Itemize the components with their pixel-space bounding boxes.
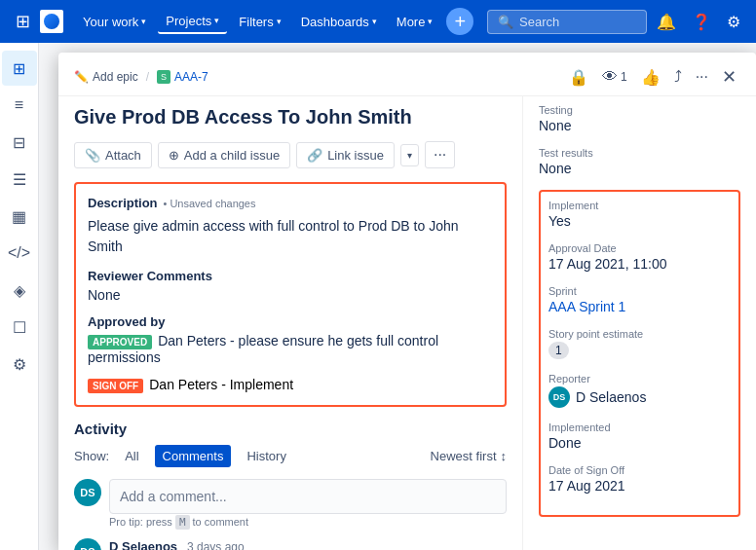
sidebar-item-code[interactable]: </> xyxy=(2,236,37,271)
app-logo[interactable] xyxy=(40,10,63,33)
thumbsup-icon[interactable]: 👍 xyxy=(637,64,664,91)
nav-filters[interactable]: Filters ▾ xyxy=(231,11,288,33)
add-epic-breadcrumb[interactable]: ✏️ Add epic xyxy=(74,70,138,84)
more-icon[interactable]: ··· xyxy=(692,64,712,90)
approved-badge: APPROVED xyxy=(88,335,152,349)
comment-item: DS D Selaenos 3 days ago xyxy=(74,538,507,550)
issue-breadcrumb[interactable]: S AAA-7 xyxy=(157,70,208,84)
search-bar[interactable]: 🔍 xyxy=(487,10,647,34)
signoff-text: Dan Peters - Implement xyxy=(149,377,293,392)
show-comments-button[interactable]: Comments xyxy=(155,445,232,467)
sidebar-item-home[interactable]: ⊞ xyxy=(2,51,37,86)
notifications-icon[interactable]: 🔔 xyxy=(651,7,682,37)
add-child-icon: ⊕ xyxy=(169,148,179,163)
lock-icon[interactable]: 🔒 xyxy=(565,64,592,91)
sidebar-item-reports[interactable]: ▦ xyxy=(2,199,37,234)
sidebar-item-list[interactable]: ☰ xyxy=(2,162,37,197)
field-sprint: Sprint AAA Sprint 1 xyxy=(548,285,731,314)
sort-order-button[interactable]: Newest first ↕ xyxy=(431,449,507,463)
sidebar-item-board[interactable]: ⊟ xyxy=(2,125,37,160)
field-story-points-label: Story point estimate xyxy=(548,328,731,340)
field-implemented-label: Implemented xyxy=(548,422,731,433)
field-story-points-value: 1 xyxy=(548,342,569,359)
approved-by-title: Approved by xyxy=(88,314,493,329)
comment-input[interactable]: Add a comment... xyxy=(109,479,507,514)
field-approval-date-value: 17 Aug 2021, 11:00 xyxy=(548,256,731,272)
reviewer-comments-section: Reviewer Comments None xyxy=(88,269,493,303)
action-chevron-button[interactable]: ▾ xyxy=(400,144,419,166)
action-bar: 📎 Attach ⊕ Add a child issue 🔗 Link issu… xyxy=(74,141,507,168)
field-date-signoff-value: 17 Aug 2021 xyxy=(548,478,731,494)
field-implement-value: Yes xyxy=(548,213,731,229)
nav-more[interactable]: More ▾ xyxy=(389,11,441,33)
comment-input-row: DS Add a comment... Pro tip: press M to … xyxy=(74,479,507,529)
field-testing-label: Testing xyxy=(539,104,740,116)
field-approval-date: Approval Date 17 Aug 2021, 11:00 xyxy=(548,242,731,272)
sidebar-item-releases[interactable]: ◈ xyxy=(2,273,37,308)
reporter-avatar: DS xyxy=(548,386,570,408)
create-button[interactable]: + xyxy=(446,8,473,35)
breadcrumb-separator: / xyxy=(146,70,149,84)
edit-icon: ✏️ xyxy=(74,70,89,84)
nav-projects[interactable]: Projects ▾ xyxy=(158,10,227,34)
activity-section: Activity Show: All Comments History Newe… xyxy=(74,421,507,550)
settings-icon[interactable]: ⚙ xyxy=(721,7,746,37)
field-date-signoff: Date of Sign Off 17 Aug 2021 xyxy=(548,464,731,494)
field-reporter-value: D Selaenos xyxy=(576,389,646,405)
issue-type-icon: S xyxy=(157,70,170,84)
description-title: Description • Unsaved changes xyxy=(88,196,493,210)
field-test-results: Test results None xyxy=(539,147,740,176)
modal-left-panel: Give Prod DB Access To John Smith 📎 Atta… xyxy=(58,96,522,550)
main-area: ✏️ Add epic / S AAA-7 🔒 👁 1 👍 ⤴ ··· ✕ xyxy=(39,43,756,550)
action-more-button[interactable]: ··· xyxy=(425,141,455,168)
field-implement-label: Implement xyxy=(548,200,731,211)
attach-button[interactable]: 📎 Attach xyxy=(74,142,152,168)
field-testing-value: None xyxy=(539,118,740,133)
chevron-down-icon: ▾ xyxy=(372,17,377,26)
comment-content: D Selaenos 3 days ago xyxy=(109,538,245,550)
field-approval-date-label: Approval Date xyxy=(548,242,731,254)
show-all-button[interactable]: All xyxy=(117,445,146,467)
nav-dashboards[interactable]: Dashboards ▾ xyxy=(293,11,385,33)
commenter-avatar: DS xyxy=(74,538,101,550)
show-history-button[interactable]: History xyxy=(239,445,293,467)
description-text[interactable]: Please give admin access with full contr… xyxy=(88,216,493,257)
attach-icon: 📎 xyxy=(85,148,100,163)
chevron-down-icon: ▾ xyxy=(141,17,146,26)
field-reporter-label: Reporter xyxy=(548,373,731,385)
sidebar-item-settings[interactable]: ⚙ xyxy=(2,347,37,382)
watch-icon[interactable]: 👁 1 xyxy=(598,64,631,90)
approved-by-section: Approved by APPROVEDDan Peters - please … xyxy=(88,314,493,365)
signoff-section: SIGN OFFDan Peters - Implement xyxy=(88,377,493,393)
reporter-row: DS D Selaenos xyxy=(548,386,731,408)
field-test-results-label: Test results xyxy=(539,147,740,159)
field-implemented-value: Done xyxy=(548,435,731,451)
share-icon[interactable]: ⤴ xyxy=(670,64,686,90)
link-issue-button[interactable]: 🔗 Link issue xyxy=(296,142,395,168)
chevron-down-icon: ▾ xyxy=(428,17,433,26)
show-label: Show: xyxy=(74,449,109,463)
commenter-time: 3 days ago xyxy=(187,540,245,550)
sidebar-item-pages[interactable]: ☐ xyxy=(2,310,37,345)
field-reporter: Reporter DS D Selaenos xyxy=(548,373,731,408)
search-input[interactable] xyxy=(519,15,636,29)
add-child-issue-button[interactable]: ⊕ Add a child issue xyxy=(158,142,290,168)
grid-icon[interactable]: ⊞ xyxy=(10,5,36,38)
sidebar-item-backlog[interactable]: ≡ xyxy=(2,88,37,123)
signoff-badge: SIGN OFF xyxy=(88,379,143,393)
close-icon[interactable]: ✕ xyxy=(718,62,740,92)
nav-your-work[interactable]: Your work ▾ xyxy=(75,11,154,33)
comment-tip: Pro tip: press M to comment xyxy=(109,516,507,529)
field-implement: Implement Yes xyxy=(548,200,731,229)
activity-show-bar: Show: All Comments History Newest first … xyxy=(74,445,507,467)
field-date-signoff-label: Date of Sign Off xyxy=(548,464,731,476)
highlighted-fields: Implement Yes Approval Date 17 Aug 2021,… xyxy=(539,190,740,517)
issue-modal: ✏️ Add epic / S AAA-7 🔒 👁 1 👍 ⤴ ··· ✕ xyxy=(58,53,756,550)
activity-title: Activity xyxy=(74,421,507,437)
chevron-down-icon: ▾ xyxy=(214,16,219,25)
field-sprint-value[interactable]: AAA Sprint 1 xyxy=(548,299,731,314)
current-user-avatar: DS xyxy=(74,479,101,506)
help-icon[interactable]: ❓ xyxy=(686,7,717,37)
modal-header: ✏️ Add epic / S AAA-7 🔒 👁 1 👍 ⤴ ··· ✕ xyxy=(58,53,756,96)
commenter-name: D Selaenos xyxy=(109,539,177,550)
